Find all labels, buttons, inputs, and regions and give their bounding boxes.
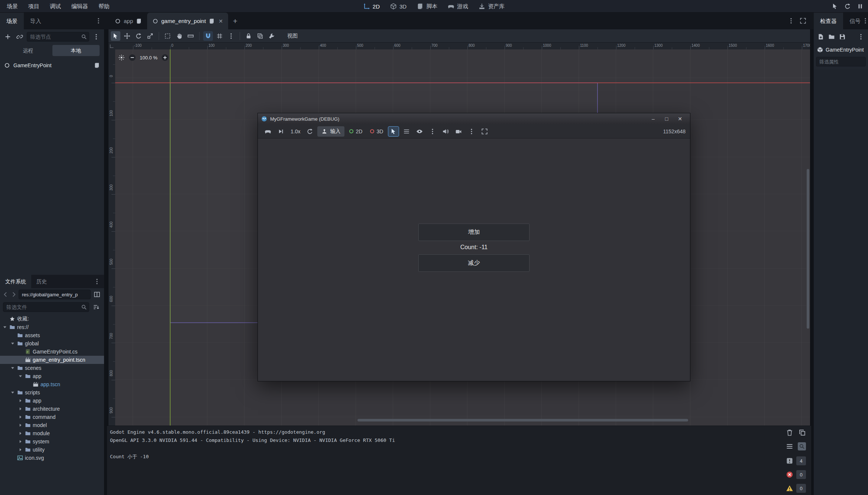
clear-output-icon[interactable] (786, 429, 793, 436)
collapse-messages-icon[interactable] (786, 443, 793, 450)
scene-tree-root-node[interactable]: GameEntryPoint (0, 60, 104, 71)
tab-history[interactable]: 历史 (31, 275, 52, 288)
arrow-right-icon[interactable] (18, 414, 23, 420)
workspace-3d[interactable]: 3D (385, 0, 411, 13)
skeleton-options-button[interactable] (267, 31, 276, 41)
fs-item-utility[interactable]: utility (0, 446, 104, 454)
reload-button[interactable] (843, 1, 852, 11)
close-tab-icon[interactable]: ✕ (218, 18, 223, 24)
arrow-right-icon[interactable] (18, 398, 23, 403)
debug-3d-toggle[interactable]: 3D (367, 126, 386, 137)
fs-item-system[interactable]: system (0, 437, 104, 446)
add-node-button[interactable] (3, 32, 13, 42)
filter-properties-input[interactable] (816, 57, 866, 66)
viewport-vertical-scrollbar[interactable] (807, 169, 809, 329)
scene-dock-menu-icon[interactable] (95, 17, 102, 24)
fs-item-app[interactable]: app (0, 397, 104, 405)
arrow-down-icon[interactable] (2, 325, 7, 330)
suspend-game-button[interactable] (262, 126, 273, 137)
output-badge-error-circle[interactable]: 0 (786, 470, 806, 479)
arrow-right-icon[interactable] (18, 406, 23, 411)
arrow-down-icon[interactable] (18, 374, 23, 379)
fs-item-architecture[interactable]: architecture (0, 405, 104, 413)
workspace-game[interactable]: 游戏 (443, 0, 473, 13)
fs-item-scenes[interactable]: scenes (0, 364, 104, 372)
path-input[interactable] (19, 290, 91, 299)
arrow-right-icon[interactable] (18, 423, 23, 428)
toggle-split-mode-button[interactable] (92, 290, 102, 299)
minimize-button[interactable]: – (647, 113, 660, 124)
fs-item-icon.svg[interactable]: icon.svg (0, 454, 104, 462)
filter-files-input[interactable] (3, 302, 89, 312)
game-speed-dropdown[interactable]: 1.0x (288, 128, 302, 134)
game-window-titlebar[interactable]: MyGFrameworkGame (DEBUG) – □ ✕ (258, 113, 690, 124)
filesystem-menu-icon[interactable] (94, 278, 100, 285)
select-list-button[interactable] (401, 126, 412, 137)
output-badge-message-square[interactable]: 4 (786, 456, 806, 465)
inspector-dock-menu-icon[interactable] (862, 17, 868, 24)
arrow-right-icon[interactable] (18, 431, 23, 436)
save-resource-icon[interactable] (839, 33, 846, 40)
fs-item-res://[interactable]: res:// (0, 323, 104, 331)
instance-scene-button[interactable] (15, 32, 25, 42)
decrease-button[interactable]: 减少 (418, 254, 529, 272)
scale-tool-button[interactable] (145, 31, 155, 41)
visibility-button[interactable] (414, 126, 425, 137)
fs-item-GameEntryPoint.cs[interactable]: #GameEntryPoint.cs (0, 348, 104, 356)
group-object-button[interactable] (255, 31, 265, 41)
attached-script-icon[interactable] (94, 62, 100, 68)
arrow-right-icon[interactable] (18, 439, 23, 444)
fs-item-game_entry_point.tscn[interactable]: game_entry_point.tscn (0, 356, 104, 364)
debug-2d-toggle[interactable]: 2D (346, 126, 365, 137)
tab-inspector[interactable]: 检查器 (814, 13, 843, 29)
menu-debug[interactable]: 调试 (45, 0, 66, 12)
sort-files-button[interactable] (91, 302, 101, 312)
menu-project[interactable]: 项目 (23, 0, 45, 12)
cursor-button[interactable] (830, 1, 840, 11)
arrow-down-icon[interactable] (10, 390, 15, 395)
zoom-level[interactable]: 100.0 % (140, 55, 158, 61)
menu-editor[interactable]: 编辑器 (66, 0, 93, 12)
new-resource-icon[interactable] (817, 33, 824, 40)
inspector-extra-menu-icon[interactable] (858, 33, 864, 40)
fs-item-model[interactable]: model (0, 421, 104, 429)
grid-snap-button[interactable] (215, 31, 224, 41)
list-select-tool-button[interactable] (163, 31, 172, 41)
menu-help[interactable]: 帮助 (93, 0, 115, 12)
output-badge-warning-triangle[interactable]: 0 (786, 484, 806, 493)
reset-speed-button[interactable] (304, 126, 315, 137)
viewport-horizontal-scrollbar[interactable] (357, 419, 688, 421)
new-scene-tab-button[interactable]: + (228, 13, 242, 29)
input-mode-toggle[interactable]: 输入 (317, 126, 344, 137)
fs-item-scripts[interactable]: scripts (0, 388, 104, 397)
expand-viewport-icon[interactable] (800, 17, 806, 24)
inspected-node-row[interactable]: GameEntryPoint (817, 45, 867, 55)
snap-options-button[interactable] (226, 31, 236, 41)
debug-camera-button[interactable] (453, 126, 464, 137)
scene-tab-game-entry-point[interactable]: game_entry_point ✕ (147, 13, 228, 29)
workspace-2d[interactable]: 2D (359, 0, 385, 13)
fs-item-command[interactable]: command (0, 413, 104, 421)
close-button[interactable]: ✕ (673, 113, 687, 124)
next-frame-button[interactable] (275, 126, 286, 137)
lock-object-button[interactable] (244, 31, 253, 41)
center-view-icon[interactable] (118, 54, 125, 61)
ruler-tool-button[interactable] (186, 31, 195, 41)
pan-tool-button[interactable] (174, 31, 184, 41)
increase-button[interactable]: 增加 (418, 224, 529, 241)
arrow-right-icon[interactable] (18, 447, 23, 452)
tab-import-dock[interactable]: 导入 (24, 13, 48, 29)
move-tool-button[interactable] (122, 31, 132, 41)
maximize-button[interactable]: □ (660, 113, 673, 124)
pause-button[interactable] (855, 1, 865, 11)
scene-tab-app[interactable]: app (110, 13, 147, 29)
fs-item-app[interactable]: app (0, 372, 104, 380)
filter-nodes-input[interactable] (27, 32, 89, 42)
tab-scene-dock[interactable]: 场景 (0, 13, 24, 29)
forward-icon[interactable] (10, 291, 17, 298)
search-messages-toggle[interactable] (798, 442, 806, 450)
fs-item-app.tscn[interactable]: app.tscn (0, 380, 104, 388)
selection-options-button[interactable] (427, 126, 438, 137)
view-menu-button[interactable]: 视图 (284, 33, 301, 39)
fs-item-global[interactable]: global (0, 339, 104, 348)
